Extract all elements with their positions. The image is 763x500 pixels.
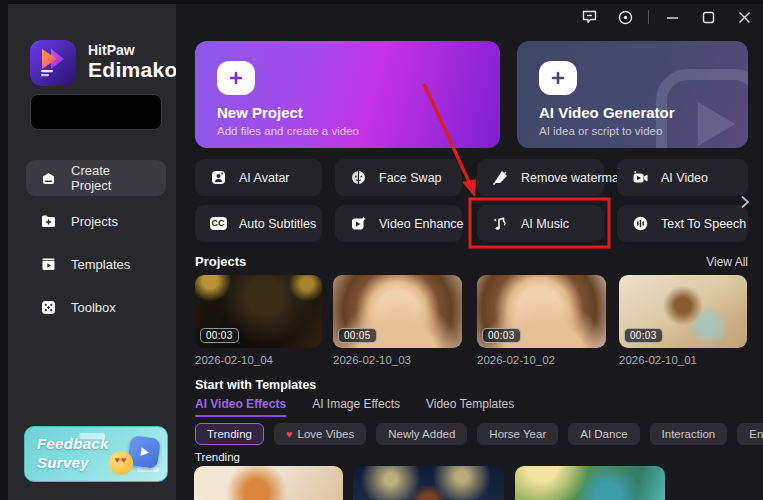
sidebar-item-templates[interactable]: Templates (26, 246, 166, 282)
brand-name-line1: HitPaw (88, 42, 186, 58)
feature-label: AI Video (661, 171, 708, 185)
project-thumbnail[interactable]: 00:05 (333, 275, 462, 348)
duration-badge: 00:03 (200, 328, 239, 343)
duration-badge: 00:05 (338, 328, 377, 343)
feature-label: AI Music (521, 217, 569, 231)
view-all-link[interactable]: View All (706, 255, 748, 269)
new-project-subtitle: Add files and create a video (217, 125, 359, 137)
sidebar-item-label: Create Project (71, 163, 152, 193)
feature-label: AI Avatar (239, 171, 290, 185)
feature-face-swap[interactable]: Face Swap (335, 159, 462, 196)
record-circle-icon[interactable] (612, 6, 638, 28)
ai-video-generator-subtitle: AI idea or script to video (539, 125, 662, 137)
project-thumbnail[interactable]: 00:03 (195, 275, 322, 348)
feature-auto-subtitles[interactable]: CC Auto Subtitles (195, 205, 322, 242)
feature-label: Text To Speech (661, 217, 746, 231)
sidebar-item-toolbox[interactable]: Toolbox (26, 289, 166, 325)
tab-ai-image-effects[interactable]: AI Image Effects (312, 397, 400, 417)
edimakor-logo-icon (30, 40, 76, 86)
ai-video-generator-title: AI Video Generator (539, 104, 675, 121)
desktop-edge (0, 0, 8, 500)
avatar-icon (209, 169, 227, 187)
chip-newly-added[interactable]: Newly Added (376, 423, 467, 445)
feature-label: Remove watermark (521, 171, 629, 185)
template-thumbnail[interactable] (194, 466, 343, 500)
chip-trending[interactable]: Trending (195, 423, 264, 445)
project-thumbnail[interactable]: 00:03 (619, 275, 747, 348)
chip-interaction[interactable]: Interaction (650, 423, 728, 445)
projects-folder-icon (40, 213, 57, 230)
template-filter-chips: Trending ♥Love Vibes Newly Added Horse Y… (195, 423, 763, 445)
create-project-icon (40, 170, 57, 187)
features-scroll-right-chevron-icon[interactable] (736, 190, 754, 214)
account-info-redacted[interactable] (30, 94, 162, 130)
titlebar (576, 6, 757, 28)
music-note-icon (491, 215, 509, 233)
new-project-title: New Project (217, 104, 303, 121)
sidebar-item-projects[interactable]: Projects (26, 203, 166, 239)
new-project-card[interactable]: New Project Add files and create a video (195, 41, 500, 148)
app-brand: HitPaw Edimakor (30, 40, 186, 86)
feature-video-enhance[interactable]: Video Enhance (335, 205, 462, 242)
video-enhance-icon (349, 215, 367, 233)
chip-entertainment[interactable]: Entertainment (737, 423, 763, 445)
project-name: 2026-02-10_04 (195, 354, 273, 366)
projects-section-title: Projects (195, 254, 246, 269)
duration-badge: 00:03 (624, 328, 663, 343)
feature-ai-video[interactable]: AI Video (617, 159, 748, 196)
template-tabs: AI Video Effects AI Image Effects Video … (195, 397, 514, 417)
chip-love-vibes[interactable]: ♥Love Vibes (274, 423, 366, 445)
brand-name-line2: Edimakor (88, 58, 186, 82)
project-name: 2026-02-10_03 (333, 354, 411, 366)
ai-video-camera-icon (631, 169, 649, 187)
feature-label: Face Swap (379, 171, 442, 185)
project-name: 2026-02-10_02 (477, 354, 555, 366)
sidebar-item-label: Templates (71, 257, 130, 272)
project-name: 2026-02-10_01 (619, 354, 697, 366)
cc-icon: CC (209, 215, 227, 233)
feedback-bubble-icon[interactable] (576, 6, 602, 28)
minimize-icon[interactable] (659, 6, 685, 28)
template-thumbnail[interactable] (353, 466, 504, 500)
ai-video-generator-card[interactable]: AI Video Generator AI idea or script to … (517, 41, 748, 148)
plus-icon (539, 61, 577, 95)
sidebar: HitPaw Edimakor Create Project Projects (8, 4, 176, 500)
sidebar-item-label: Toolbox (71, 300, 116, 315)
templates-section-title: Start with Templates (195, 378, 316, 392)
feedback-survey-banner[interactable]: Feedback Survey ♥♥ (24, 426, 168, 482)
template-thumbnail[interactable] (515, 466, 665, 500)
edimakor-app-window: HitPaw Edimakor Create Project Projects (0, 0, 763, 500)
maximize-icon[interactable] (695, 6, 721, 28)
feature-label: Auto Subtitles (239, 217, 316, 231)
feature-ai-music[interactable]: AI Music (477, 205, 604, 242)
sidebar-nav: Create Project Projects Templates Toolbo… (26, 160, 166, 332)
tab-video-templates[interactable]: Video Templates (426, 397, 514, 417)
toolbox-icon (40, 299, 57, 316)
close-icon[interactable] (731, 6, 757, 28)
heart-icon: ♥ (286, 428, 293, 440)
tab-ai-video-effects[interactable]: AI Video Effects (195, 397, 286, 417)
titlebar-divider (648, 10, 649, 24)
feature-label: Video Enhance (379, 217, 464, 231)
remove-watermark-icon (491, 169, 509, 187)
plus-icon (217, 61, 255, 95)
heart-eyes-emoji-icon: ♥♥ (109, 451, 133, 475)
voice-icon (631, 215, 649, 233)
feature-text-to-speech[interactable]: Text To Speech (617, 205, 748, 242)
feature-ai-avatar[interactable]: AI Avatar (195, 159, 322, 196)
trending-subsection-title: Trending (195, 451, 240, 463)
chip-ai-dance[interactable]: AI Dance (568, 423, 639, 445)
templates-box-icon (40, 256, 57, 273)
chip-horse-year[interactable]: Horse Year (477, 423, 558, 445)
project-thumbnail[interactable]: 00:03 (477, 275, 606, 348)
feedback-survey-label: Feedback Survey (37, 435, 109, 473)
duration-badge: 00:03 (482, 328, 521, 343)
feature-remove-watermark[interactable]: Remove watermark (477, 159, 604, 196)
sidebar-item-create-project[interactable]: Create Project (26, 160, 166, 196)
sidebar-item-label: Projects (71, 214, 118, 229)
main-content: New Project Add files and create a video… (176, 4, 763, 500)
face-swap-icon (349, 169, 367, 187)
